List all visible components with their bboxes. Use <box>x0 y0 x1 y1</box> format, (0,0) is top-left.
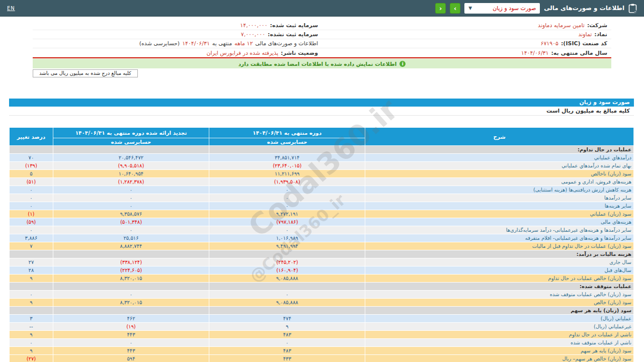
signature-match-notice: i اطلاعات نمایش داده شده با اطلاعات امضا… <box>33 59 611 68</box>
row-change-percent-cell: ۰ <box>10 339 53 347</box>
row-change-percent-cell: ۲۸ <box>10 266 53 275</box>
row-change-percent-cell: ۵ <box>10 170 53 178</box>
table-row: سود (زیان) ناخالص۱۱,۲۱۱,۶۹۹۱۰,۶۴۰,۹۵۴۵ <box>10 170 634 178</box>
unit-box-row: کلیه مبالغ درج شده به میلیون ریال می باش… <box>33 69 611 77</box>
row-label-cell: غیرعملیاتي (ریال) <box>365 323 634 331</box>
table-row: سایر درآمدها و هزینه‌های غیرعملیاتی- اقل… <box>10 234 634 242</box>
table-row: سود (زیان) خالص۹,۰۸۵,۸۸۸۸,۳۲۰,۰۱۵۹ <box>10 299 634 307</box>
nav-prev-button[interactable]: ‹ <box>435 3 446 14</box>
row-label-cell: عملیات متوقف شده: <box>365 283 634 291</box>
row-restated-value-cell: ۹,۳۵۸,۵۷۶ <box>53 210 209 218</box>
row-restated-value-cell: ۰ <box>53 226 209 234</box>
issuer-status-label: وضعیت ناشر: <box>281 50 318 56</box>
row-restated-value-cell: ۲۰,۵۴۶,۴۷۲ <box>53 154 209 162</box>
row-current-value-cell <box>209 307 365 315</box>
statement-type-dropdown[interactable]: صورت سود و زیان ▼ <box>464 3 540 14</box>
row-label-cell: سود (زیان) پایه هر سهم <box>365 347 634 355</box>
col-header-restated-period: تجدید ارائه شده دوره منتهی به ۱۴۰۳/۰۶/۳۱ <box>53 128 209 138</box>
amounts-unit-box: کلیه مبالغ درج شده به میلیون ریال می باش… <box>33 69 138 77</box>
row-label-cell: سود (زیان) ناخالص <box>365 170 634 178</box>
row-change-percent-cell: (۵۹) <box>10 218 53 226</box>
col-subheader-audited-restated: حسابرسی شده <box>53 138 209 146</box>
info-icon: i <box>399 61 406 67</box>
row-restated-value-cell: ۰ <box>53 202 209 210</box>
registered-capital-value: ۱۴,۰۰۰,۰۰۰ <box>240 22 267 29</box>
nav-next-button[interactable]: › <box>450 3 460 14</box>
col-header-change-percent: درصد تغییر <box>10 128 53 146</box>
table-row: سود (زیان) عملیاتي۹,۲۷۲,۱۹۱۹,۳۵۸,۵۷۶(۱) <box>10 210 634 218</box>
row-change-percent-cell: ۰ <box>10 194 53 202</box>
row-restated-value-cell: ۵۹۴ <box>53 355 209 362</box>
row-change-percent-cell: ۹ <box>10 331 53 339</box>
period-text: اطلاعات و صورت‌های مالی <box>255 40 318 47</box>
row-label-cell: سود (زیان) خالص عملیات در حال تداوم <box>365 275 634 283</box>
row-change-percent-cell <box>10 283 53 291</box>
row-current-value-cell: ۴۳۳ <box>209 355 365 362</box>
table-row: سایر درآمدها و هزینه‌های غیرعملیاتی- درآ… <box>10 226 634 234</box>
info-row: کد صنعت (ISIC): ۶۷۱۹۰۵ اطلاعات و صورت‌ها… <box>33 39 611 48</box>
row-label-cell: هزینه کاهش ارزش دریافتنی‌ها (هزینه استثن… <box>365 186 634 194</box>
row-restated-value-cell: ۲۵,۵۱۶ <box>53 234 209 242</box>
row-restated-value-cell <box>53 250 209 258</box>
table-row: سود (زیان) پایه هر سهم <box>10 307 634 315</box>
row-current-value-cell <box>209 250 365 258</box>
col-header-description: شرح <box>365 128 634 146</box>
company-value: تامین سرمایه دماوند <box>538 22 585 29</box>
col-subheader-audited-current: حسابرسی شده <box>209 138 365 146</box>
row-restated-value-cell: ۴۴۳ <box>53 347 209 355</box>
topbar: اطلاعات و صورت‌های مالی صورت سود و زیان … <box>0 0 644 17</box>
fiscal-year-field: سال مالی منتهی به: ۱۴۰۴/۰۶/۳۱ <box>322 50 611 56</box>
language-switch-link[interactable]: EN <box>7 6 15 11</box>
table-row: سود (زیان) پایه هر سهم۴۸۳۴۴۳۹ <box>10 347 634 355</box>
company-field: شرکت: تامین سرمایه دماوند <box>322 22 611 29</box>
table-row: بهای تمام شده درآمدهاي عملياتي(۲۳,۶۴۰,۰۱… <box>10 162 634 170</box>
row-label-cell: سود (زیان) خالص هر سهم– ریال <box>365 355 634 362</box>
row-change-percent-cell: ۰ <box>10 186 53 194</box>
row-current-value-cell: ۴۸۳ <box>209 331 365 339</box>
row-current-value-cell: ۹,۰۸۵,۸۸۸ <box>209 299 365 307</box>
info-row: شرکت: تامین سرمایه دماوند سرمایه ثبت شده… <box>33 21 611 30</box>
table-row: عملیاتي (ریال)۴۷۴۴۶۲۳ <box>10 315 634 323</box>
pl-table-head: شرح دوره منتهی به ۱۴۰۴/۰۶/۳۱ تجدید ارائه… <box>10 128 634 146</box>
row-restated-value-cell <box>53 283 209 291</box>
row-current-value-cell <box>209 146 365 154</box>
row-current-value-cell: ۴۸۳ <box>209 347 365 355</box>
row-current-value-cell: ۹,۲۷۲,۱۹۱ <box>209 210 365 218</box>
row-current-value-cell: ۹,۴۹۱,۹۹۴ <box>209 242 365 250</box>
row-change-percent-cell: ۰ <box>10 226 53 234</box>
row-restated-value-cell <box>53 146 209 154</box>
row-change-percent-cell: (۱) <box>10 210 53 218</box>
row-current-value-cell: (۲۴۵,۲۰۲) <box>209 258 365 266</box>
row-label-cell: سال‌های قبل <box>365 266 634 275</box>
row-restated-value-cell: ۱۰,۶۴۰,۹۵۴ <box>53 170 209 178</box>
row-restated-value-cell: ۰ <box>53 339 209 347</box>
table-row: عملیات متوقف شده: <box>10 283 634 291</box>
row-label-cell: سود (زیان) خالص <box>365 299 634 307</box>
row-current-value-cell: ۱,۰۱۶,۹۸۹ <box>209 234 365 242</box>
row-current-value-cell: ۹ <box>209 323 365 331</box>
row-current-value-cell: ۰ <box>209 291 365 299</box>
table-row: هزینه‌های فروش، اداری و عمومی(۱,۹۳۹,۵۰۸)… <box>10 178 634 186</box>
row-current-value-cell: ۰ <box>209 339 365 347</box>
table-row: سایر درآمدها۰۰۰ <box>10 194 634 202</box>
company-info-panel: شرکت: تامین سرمایه دماوند سرمایه ثبت شده… <box>33 21 611 58</box>
unregistered-capital-field: سرمایه ثبت نشده: ۷,۰۰۰,۰۰۰ <box>33 31 322 38</box>
row-restated-value-cell: (۵۰۱,۳۴۸) <box>53 218 209 226</box>
row-label-cell: ناشي از عملیات متوقف شده <box>365 339 634 347</box>
row-restated-value-cell: ۰ <box>53 186 209 194</box>
row-change-percent-cell <box>10 250 53 258</box>
fiscal-year-value: ۱۴۰۴/۰۶/۳۱ <box>521 50 549 56</box>
info-row: سال مالی منتهی به: ۱۴۰۴/۰۶/۳۱ وضعیت ناشر… <box>33 48 611 57</box>
unregistered-capital-label: سرمایه ثبت نشده: <box>268 31 318 38</box>
statement-type-value: صورت سود و زیان <box>493 5 536 12</box>
pl-table: شرح دوره منتهی به ۱۴۰۴/۰۶/۳۱ تجدید ارائه… <box>9 127 634 362</box>
issuer-status-value: پذیرفته شده در فرابورس ایران <box>206 50 278 56</box>
row-label-cell: سایر درآمدها <box>365 194 634 202</box>
pl-table-body: عملیات در حال تداوم:درآمدهاي عملياتي۳۴,۸… <box>10 146 634 362</box>
header-row-main: شرح دوره منتهی به ۱۴۰۴/۰۶/۳۱ تجدید ارائه… <box>10 128 634 138</box>
table-row: سود (زیان) عملیات در حال تداوم قبل از ما… <box>10 242 634 250</box>
row-current-value-cell: ۰ <box>209 186 365 194</box>
row-change-percent-cell <box>10 307 53 315</box>
isic-value: ۶۷۱۹۰۵ <box>541 40 558 47</box>
row-restated-value-cell: ۴۶۲ <box>53 315 209 323</box>
